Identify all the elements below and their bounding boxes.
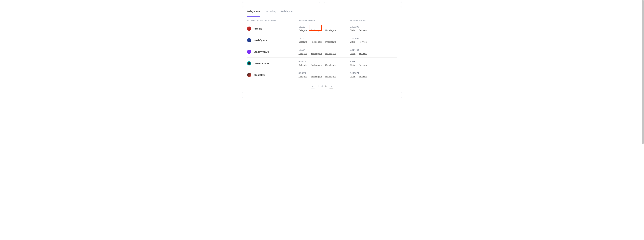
- reward-value: 0.214764: [350, 49, 397, 51]
- redelegate-link[interactable]: Redelegate: [310, 64, 322, 66]
- reinvest-link[interactable]: Reinvest: [359, 52, 367, 55]
- reinvest-link[interactable]: Reinvest: [359, 41, 367, 43]
- amount-value: 50.0000: [298, 60, 350, 63]
- reinvest-link[interactable]: Reinvest: [359, 64, 367, 66]
- summary-card-right: [324, 0, 402, 3]
- tab-delegations[interactable]: Delegations: [247, 6, 260, 17]
- undelegate-link[interactable]: Undelegate: [325, 75, 336, 78]
- scrollbar[interactable]: [642, 0, 644, 101]
- redelegate-link[interactable]: Redelegate: [310, 52, 322, 55]
- validators-table: 11 VALIDATORS DELEGATED AMOUNT (BAND) RE…: [247, 17, 397, 81]
- validator-count: 11: [247, 19, 249, 21]
- reinvest-link[interactable]: Reinvest: [359, 29, 367, 32]
- validator-name: Stakeflow: [254, 74, 265, 76]
- reward-value: 0.130888: [350, 37, 397, 40]
- delegations-panel: DelegationsUnbondingRedelegate 11 VALIDA…: [242, 6, 402, 93]
- validator-icon: [247, 61, 251, 66]
- claim-link[interactable]: Claim: [350, 64, 355, 66]
- chevron-right-icon: [330, 85, 332, 87]
- redelegate-link[interactable]: Redelegate: [310, 29, 322, 32]
- amount-value: 163.29: [298, 26, 350, 28]
- undelegate-link[interactable]: Undelegate: [325, 64, 336, 66]
- validator-name: StakeWithUs: [254, 50, 269, 53]
- table-row: Stakeflow35.0000DelegateRedelegateUndele…: [247, 69, 397, 81]
- validator-name: Cosmostation: [254, 62, 270, 65]
- reward-value: 0.000109: [350, 26, 397, 28]
- reward-value: 1.4782: [350, 60, 397, 63]
- redelegate-link[interactable]: Redelegate: [310, 75, 322, 78]
- amount-value: 128.94: [298, 49, 350, 51]
- validator-header-label: VALIDATORS DELEGATED: [250, 19, 276, 21]
- table-row: HashQuark146.00DelegateRedelegateUndeleg…: [247, 34, 397, 46]
- undelegate-link[interactable]: Undelegate: [325, 41, 336, 43]
- table-row: Cosmostation50.0000DelegateRedelegateUnd…: [247, 57, 397, 69]
- tab-unbonding[interactable]: Unbonding: [265, 6, 276, 17]
- redelegate-link[interactable]: Redelegate: [310, 41, 322, 43]
- reward-value: 0.115674: [350, 72, 397, 74]
- reward-header: REWARD (BAND): [350, 19, 397, 21]
- page-total: 3: [325, 85, 326, 87]
- delegate-link[interactable]: Delegate: [298, 29, 307, 32]
- claim-link[interactable]: Claim: [350, 52, 355, 55]
- prev-page-button[interactable]: [310, 84, 315, 88]
- tab-redelegate[interactable]: Redelegate: [280, 6, 292, 17]
- table-row: forbole163.29DelegateRedelegateUndelegat…: [247, 23, 397, 34]
- validator-icon: [247, 27, 251, 31]
- lower-panel: [242, 97, 402, 101]
- delegate-link[interactable]: Delegate: [298, 75, 307, 78]
- page-of: of: [321, 85, 323, 87]
- summary-card-left: [242, 0, 320, 3]
- reinvest-link[interactable]: Reinvest: [359, 75, 367, 78]
- table-header: 11 VALIDATORS DELEGATED AMOUNT (BAND) RE…: [247, 17, 397, 23]
- undelegate-link[interactable]: Undelegate: [325, 52, 336, 55]
- validator-icon: [247, 50, 251, 54]
- validator-icon: [247, 73, 251, 77]
- chevron-left-icon: [312, 85, 314, 87]
- tabs: DelegationsUnbondingRedelegate: [247, 6, 397, 17]
- scrollbar-thumb[interactable]: [642, 0, 644, 101]
- validator-name: forbole: [254, 27, 262, 30]
- table-row: StakeWithUs128.94DelegateRedelegateUndel…: [247, 46, 397, 57]
- claim-link[interactable]: Claim: [350, 75, 355, 78]
- amount-value: 35.0000: [298, 72, 350, 74]
- validator-name: HashQuark: [254, 39, 267, 42]
- claim-link[interactable]: Claim: [350, 41, 355, 43]
- amount-header: AMOUNT (BAND): [298, 19, 350, 21]
- delegate-link[interactable]: Delegate: [298, 52, 307, 55]
- undelegate-link[interactable]: Undelegate: [325, 29, 336, 32]
- amount-value: 146.00: [298, 37, 350, 40]
- page-current: 1: [318, 85, 319, 87]
- next-page-button[interactable]: [329, 84, 334, 88]
- delegate-link[interactable]: Delegate: [298, 64, 307, 66]
- pagination: 1 of 3: [247, 81, 397, 89]
- delegate-link[interactable]: Delegate: [298, 41, 307, 43]
- claim-link[interactable]: Claim: [350, 29, 355, 32]
- validator-icon: [247, 38, 251, 42]
